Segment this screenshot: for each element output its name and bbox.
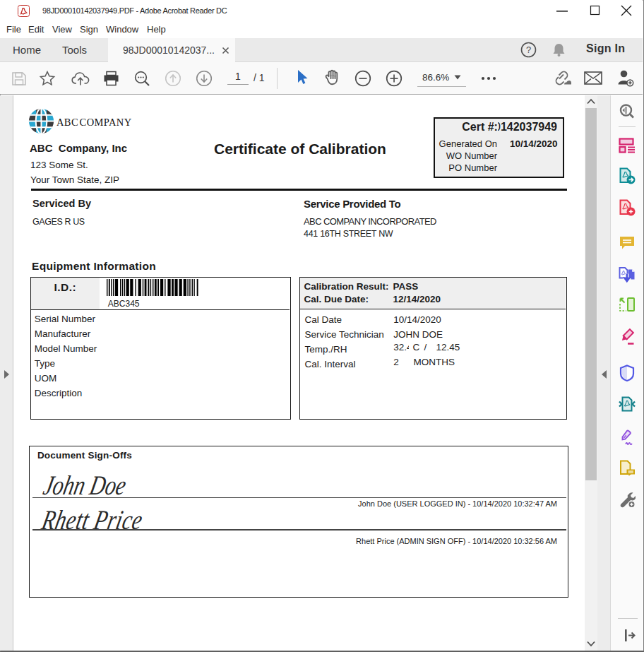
svg-text:?: ? <box>526 45 531 55</box>
